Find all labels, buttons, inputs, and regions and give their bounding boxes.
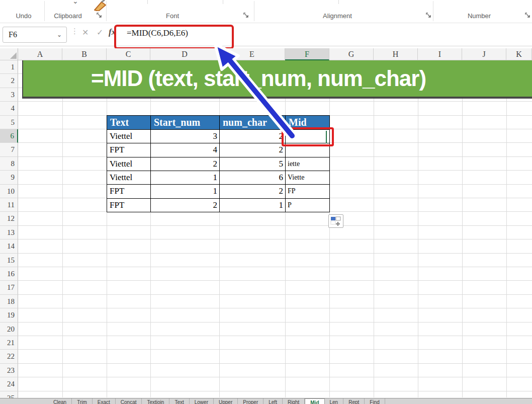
row-header-8[interactable]: 8 [0,157,18,171]
row-header-19[interactable]: 19 [0,308,18,322]
sheet-tab-trim[interactable]: Trim [72,398,93,404]
table-row: Viettel 1 6 Viette [107,171,330,185]
cell-d9[interactable]: 1 [151,171,220,185]
row-header-24[interactable]: 24 [0,377,18,391]
row-header-17[interactable]: 17 [0,281,18,294]
sheet-tab-proper[interactable]: Proper [238,398,263,404]
header-num-char[interactable]: num_char [220,116,286,129]
row-header-3[interactable]: 3 [0,88,18,102]
row-header-16[interactable]: 16 [0,267,18,281]
auto-fill-options-button[interactable] [328,214,343,228]
row-header-1[interactable]: 1 [0,60,18,74]
row-header-14[interactable]: 14 [0,239,18,253]
column-header-d[interactable]: D [150,48,219,60]
name-box[interactable]: F6 ⌄ [3,27,67,43]
row-header-7[interactable]: 7 [0,143,18,156]
cell-d11[interactable]: 2 [151,199,220,212]
sheet-tab-mid-active[interactable]: Mid [305,398,324,404]
ribbon-control-stub [147,0,148,4]
cell-e7[interactable]: 2 [220,143,286,157]
ribbon-group-undo: Undo [9,12,39,20]
formula-bar: F6 ⌄ ⋮ ✕ ✓ fx =MID(C6,D6,E6) [0,23,532,46]
sheet-tab-rept[interactable]: Rept [343,398,365,404]
number-dialog-launcher-icon[interactable] [525,13,531,19]
sheet-tab-textjoin[interactable]: Textjoin [142,398,169,404]
column-header-b[interactable]: B [62,48,107,60]
alignment-dialog-launcher-icon[interactable] [426,13,432,19]
sheet-grid[interactable] [18,60,532,397]
gridline [506,60,507,397]
ribbon-group-alignment: Alignment [315,12,360,20]
cell-f11[interactable]: P [286,199,330,212]
row-header-2[interactable]: 2 [0,74,18,88]
ribbon-group-number: Number [459,12,499,20]
sheet-tab-clean[interactable]: Clean [48,398,72,404]
cell-e11[interactable]: 1 [220,199,286,212]
column-header-c[interactable]: C [107,48,150,60]
cell-f8[interactable]: iette [286,157,330,171]
name-box-chevron-icon[interactable]: ⌄ [57,27,62,42]
header-start-num[interactable]: Start_num [151,116,220,129]
cell-e6[interactable]: 2 [220,130,286,143]
cell-f10[interactable]: FP [286,185,330,198]
cancel-icon[interactable]: ✕ [82,28,88,37]
gridline [462,60,463,397]
row-header-15[interactable]: 15 [0,254,18,267]
cell-d8[interactable]: 2 [151,157,220,171]
select-all-corner[interactable] [0,48,18,60]
sheet-tab-upper[interactable]: Upper [214,398,238,404]
sheet-tab-exact[interactable]: Exact [93,398,116,404]
column-header-a[interactable]: A [18,48,62,60]
sheet-tab-lower[interactable]: Lower [190,398,214,404]
column-header-e[interactable]: E [219,48,285,60]
cell-c6[interactable]: Viettel [107,130,151,143]
row-header-10[interactable]: 10 [0,185,18,198]
cell-d7[interactable]: 4 [151,143,220,157]
column-header-h[interactable]: H [374,48,418,60]
sheet-tab-find[interactable]: Find [365,398,385,404]
sheet-tab-left[interactable]: Left [263,398,283,404]
table-row: FPT 1 2 FP [107,185,330,198]
row-header-21[interactable]: 21 [0,336,18,350]
cell-e8[interactable]: 5 [220,157,286,171]
paste-dropdown-chevron-icon[interactable]: ⌄ [72,0,78,5]
row-header-4[interactable]: 4 [0,102,18,115]
row-header-12[interactable]: 12 [0,212,18,225]
column-header-f-selected[interactable]: F [285,48,329,60]
cell-c7[interactable]: FPT [107,143,151,157]
sheet-tab-len[interactable]: Len [325,398,344,404]
column-header-g[interactable]: G [329,48,374,60]
row-header-6-selected[interactable]: 6 [0,129,18,143]
row-header-5[interactable]: 5 [0,116,18,129]
row-header-18[interactable]: 18 [0,295,18,308]
row-header-13[interactable]: 13 [0,226,18,239]
column-header-k[interactable]: K [506,48,532,60]
group-divider [44,1,45,21]
sheet-tab-right[interactable]: Right [283,398,305,404]
cell-d10[interactable]: 1 [151,185,220,198]
sheet-tab-text[interactable]: Text [169,398,189,404]
cell-e9[interactable]: 6 [220,171,286,185]
ribbon-control-stub [338,0,339,4]
formula-annotation-red-box [114,25,234,49]
row-header-20[interactable]: 20 [0,322,18,336]
row-header-23[interactable]: 23 [0,364,18,377]
cell-c9[interactable]: Viettel [107,171,151,185]
cell-d6[interactable]: 3 [151,130,220,143]
column-header-i[interactable]: I [418,48,462,60]
sheet-tab-concat[interactable]: Concat [116,398,142,404]
cell-c11[interactable]: FPT [107,199,151,212]
cell-e10[interactable]: 2 [220,185,286,198]
row-header-9[interactable]: 9 [0,171,18,184]
clipboard-dialog-launcher-icon[interactable] [97,13,103,19]
cell-c8[interactable]: Viettel [107,157,151,171]
cell-f9[interactable]: Viette [286,171,330,185]
font-dialog-launcher-icon[interactable] [243,13,249,19]
row-header-11[interactable]: 11 [0,198,18,212]
enter-icon[interactable]: ✓ [97,28,103,37]
format-painter-icon[interactable] [90,0,110,11]
column-header-j[interactable]: J [462,48,506,60]
row-header-22[interactable]: 22 [0,350,18,363]
cell-c10[interactable]: FPT [107,185,151,198]
header-text[interactable]: Text [107,116,151,129]
